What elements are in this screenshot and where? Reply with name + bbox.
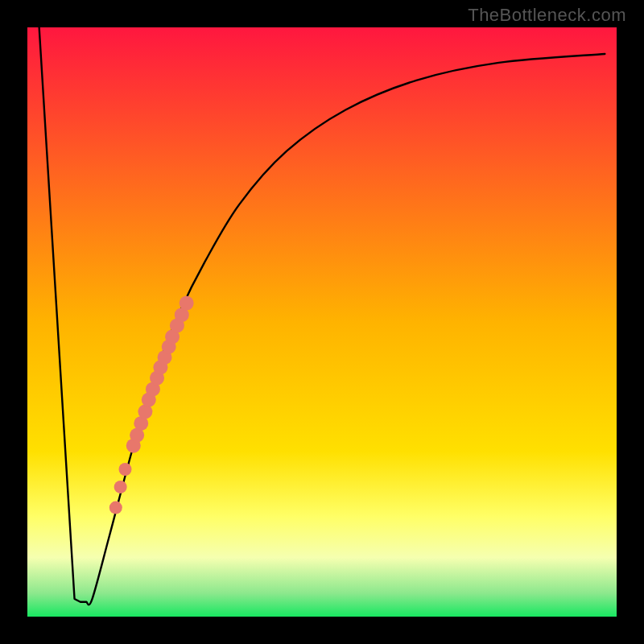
highlight-dot: [119, 463, 132, 476]
highlight-dot: [114, 481, 127, 493]
bottleneck-chart: [0, 0, 644, 644]
highlight-dot: [180, 296, 194, 311]
watermark-text: TheBottleneck.com: [468, 5, 626, 26]
highlight-dot: [109, 502, 122, 514]
plot-background: [27, 27, 617, 617]
chart-frame: TheBottleneck.com: [0, 0, 644, 644]
